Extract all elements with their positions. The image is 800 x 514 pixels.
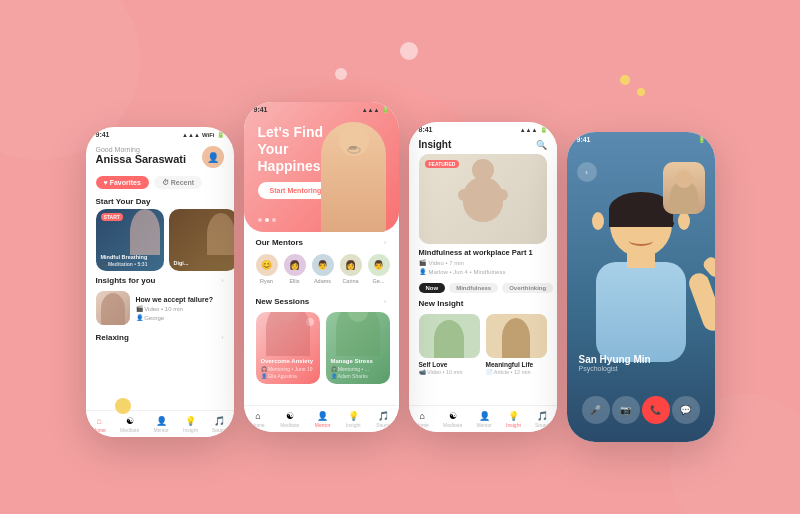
battery-icon-2: 🔋 [382, 106, 389, 113]
time-1: 9:41 [96, 131, 110, 138]
featured-card[interactable]: FEATURED [419, 154, 547, 244]
mentor-ryan[interactable]: 😊 Ryan [256, 254, 278, 284]
nav-insight-3[interactable]: 💡 Insight [506, 411, 521, 428]
nav-sound-2[interactable]: 🎵 Sound [376, 411, 390, 428]
mentors-arrow: › [384, 238, 387, 247]
search-icon-3[interactable]: 🔍 [536, 140, 547, 150]
mentor-avatar-ellis: 👩 [284, 254, 306, 276]
mentor-avatar-carina: 👩 [340, 254, 362, 276]
nav-insight-2[interactable]: 💡 Insight [346, 411, 361, 428]
featured-title: Mindfulness at workplace Part 1 [419, 248, 547, 257]
arrow-right-icon: › [221, 277, 223, 284]
mic-button[interactable]: 🎤 [582, 396, 610, 424]
mentor-ge[interactable]: 👨 Ge... [368, 254, 390, 284]
sessions-section: New Sessions › [244, 291, 399, 308]
time-2: 9:41 [254, 106, 268, 113]
nav-sound[interactable]: 🎵 Sound [212, 416, 226, 433]
nav-insight-label: Insight [183, 427, 198, 433]
insight-row: How we accept failure? 🎬 Video • 10 min … [86, 287, 234, 329]
status-bar-4: 9:41 🔋 [567, 132, 715, 145]
chat-button[interactable]: 💬 [672, 396, 700, 424]
home-icon: ⌂ [97, 416, 102, 426]
session-anxiety-info: Overcome Anxiety 🎧 Mentoring • June 19 👤… [261, 358, 315, 379]
meditate-icon-2: ☯ [286, 411, 294, 421]
avatar: 👤 [202, 146, 224, 168]
insight-screen-title: Insight [419, 139, 452, 150]
arrow-right-icon-2: › [221, 334, 223, 341]
nav-home[interactable]: ⌂ Home [93, 416, 106, 433]
status-bar-1: 9:41 ▲▲▲ WiFi 🔋 [86, 127, 234, 140]
battery-icon-3: 🔋 [540, 126, 547, 133]
nav-meditate[interactable]: ☯ Meditate [120, 416, 139, 433]
meaningful-life-sub: 📄 Article • 12 min [486, 369, 547, 375]
nav-sound-label: Sound [212, 427, 226, 433]
insight-icon-2: 💡 [348, 411, 359, 421]
hero-section: Let's Find Your Happiness Start Mentorin… [244, 102, 399, 232]
p3-header: Insight 🔍 [409, 135, 557, 154]
nav-home-2[interactable]: ⌂ Home [251, 411, 264, 428]
phone-2: 9:41 ▲▲▲ 🔋 Let's Find Your Happiness Sta… [244, 102, 399, 432]
video-icon: 🎬 [136, 306, 143, 312]
nav-mentor-3[interactable]: 👤 Mentor [476, 411, 492, 428]
self-thumbnail [663, 162, 705, 214]
new-card-meaningful-life[interactable]: Meaningful Life 📄 Article • 12 min [486, 314, 547, 375]
tag-overthinking[interactable]: Overthinking [502, 283, 553, 293]
self-love-img [419, 314, 480, 358]
session-anxiety[interactable]: Overcome Anxiety 🎧 Mentoring • June 19 👤… [256, 312, 320, 384]
card-digital[interactable]: Digi... [169, 209, 234, 271]
person-icon-3: 👤 [419, 268, 426, 275]
phone-3: 8:41 ▲▲▲ 🔋 Insight 🔍 FEATURED Mindful [409, 122, 557, 432]
camera-button[interactable]: 📷 [612, 396, 640, 424]
meaningful-life-title: Meaningful Life [486, 361, 547, 368]
nav-home-3[interactable]: ⌂ Home [416, 411, 429, 428]
nav-bar-3: ⌂ Home ☯ Meditate 👤 Mentor 💡 Insight 🎵 S… [409, 405, 557, 432]
sound-icon: 🎵 [214, 416, 225, 426]
session-stress[interactable]: Manage Stress 🎧 Mentoring • ... 👤 Adam S… [326, 312, 390, 384]
sessions-list: Overcome Anxiety 🎧 Mentoring • June 19 👤… [244, 308, 399, 388]
meaningful-life-img [486, 314, 547, 358]
nav-mentor-label: Mentor [153, 427, 169, 433]
self-love-title: Self Love [419, 361, 480, 368]
tag-now[interactable]: Now [419, 283, 446, 293]
mentor-icon-2: 👤 [317, 411, 328, 421]
mentor-carina[interactable]: 👩 Carina [340, 254, 362, 284]
featured-author: 👤 Marlow • Jun 4 • Mindfulness [419, 268, 547, 275]
featured-info: Mindfulness at workplace Part 1 🎬 Video … [409, 244, 557, 279]
nav-meditate-3[interactable]: ☯ Meditate [443, 411, 462, 428]
nav-sound-3[interactable]: 🎵 Sound [535, 411, 549, 428]
nav-mentor-2[interactable]: 👤 Mentor [315, 411, 331, 428]
p1-tabs: ♥ Favorites ⏱ Recent [86, 172, 234, 193]
tag-mindfulness[interactable]: Mindfulness [449, 283, 498, 293]
meditate-icon-3: ☯ [449, 411, 457, 421]
favorites-tab[interactable]: ♥ Favorites [96, 176, 149, 189]
card-breathing[interactable]: START Mindful Breathing 🎧 Meditation • 5… [96, 209, 164, 271]
signal-icon-3: ▲▲▲ [520, 127, 538, 133]
sessions-title: New Sessions [256, 297, 310, 306]
video-icon-3: 🎬 [419, 259, 426, 266]
mentors-title: Our Mentors [256, 238, 304, 247]
mentor-adams[interactable]: 👨 Adams [312, 254, 334, 284]
mentor-ellis[interactable]: 👩 Ellis [284, 254, 306, 284]
new-insight-section: New Insight [409, 297, 557, 310]
self-love-sub: 📹 Video • 10 min [419, 369, 480, 375]
nav-insight[interactable]: 💡 Insight [183, 416, 198, 433]
start-day-cards: START Mindful Breathing 🎧 Meditation • 5… [86, 209, 234, 271]
nav-mentor-label-2: Mentor [315, 422, 331, 428]
insight-icon: 💡 [185, 416, 196, 426]
end-call-button[interactable]: 📞 [642, 396, 670, 424]
nav-meditate-label-2: Meditate [280, 422, 299, 428]
nav-meditate-2[interactable]: ☯ Meditate [280, 411, 299, 428]
sound-icon-2: 🎵 [378, 411, 389, 421]
mentor-avatar-adams: 👨 [312, 254, 334, 276]
home-icon-2: ⌂ [255, 411, 260, 421]
nav-meditate-label: Meditate [120, 427, 139, 433]
wifi-icon: WiFi [202, 132, 215, 138]
status-bar-2: 9:41 ▲▲▲ 🔋 [244, 102, 399, 115]
nav-bar-1: ⌂ Home ☯ Meditate 👤 Mentor 💡 Insight 🎵 S… [86, 410, 234, 437]
card-label: Mindful Breathing 🎧 Meditation • 5:31 [101, 254, 148, 267]
new-card-self-love[interactable]: Self Love 📹 Video • 10 min [419, 314, 480, 375]
card-badge: START [101, 213, 123, 221]
nav-mentor[interactable]: 👤 Mentor [153, 416, 169, 433]
new-insight-cards: Self Love 📹 Video • 10 min Meaningful Li… [409, 310, 557, 379]
recent-tab[interactable]: ⏱ Recent [154, 176, 202, 189]
